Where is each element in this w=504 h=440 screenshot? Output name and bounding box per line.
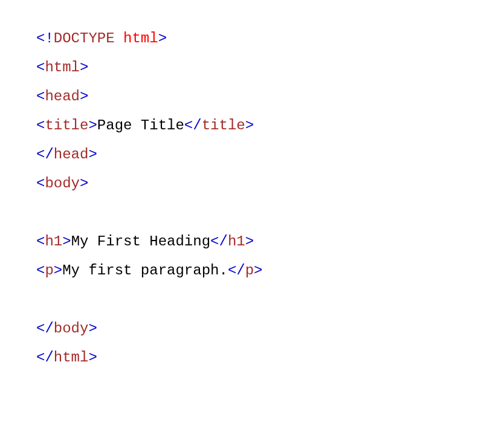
code-token: </	[36, 146, 54, 163]
code-token: >	[54, 262, 62, 279]
code-token: My First Heading	[71, 233, 210, 250]
code-token: Page Title	[97, 117, 184, 134]
code-token: <	[36, 88, 45, 105]
code-token: >	[88, 320, 97, 337]
code-line: <p>My first paragraph.</p>	[36, 256, 468, 285]
code-line	[36, 285, 468, 314]
code-token: </	[36, 349, 54, 366]
code-token: DOCTYPE	[54, 30, 123, 47]
code-line: <title>Page Title</title>	[36, 111, 468, 140]
code-token: >	[88, 349, 97, 366]
code-line: <head>	[36, 82, 468, 111]
code-token: >	[254, 262, 262, 279]
code-line: <body>	[36, 169, 468, 198]
code-token: >	[80, 88, 88, 105]
code-token: >	[88, 117, 97, 134]
code-line: <h1>My First Heading</h1>	[36, 227, 468, 256]
code-token: html	[54, 349, 89, 366]
code-token: >	[62, 233, 71, 250]
code-token: head	[45, 88, 80, 105]
code-line: </head>	[36, 140, 468, 169]
code-token: </	[184, 117, 202, 134]
code-token: title	[45, 117, 88, 134]
code-token: html	[45, 59, 80, 76]
code-token: head	[54, 146, 89, 163]
code-token: >	[245, 117, 254, 134]
code-token: My first paragraph.	[62, 262, 228, 279]
code-token: >	[88, 146, 97, 163]
code-line: </body>	[36, 314, 468, 343]
code-token: <	[36, 175, 45, 192]
code-token: body	[54, 320, 89, 337]
code-token: h1	[228, 233, 245, 250]
code-token: >	[80, 175, 88, 192]
code-token: </	[36, 320, 54, 337]
code-token: </	[228, 262, 245, 279]
code-token: >	[158, 30, 167, 47]
code-token: p	[245, 262, 254, 279]
html-code-example: <!DOCTYPE html><html><head><title>Page T…	[0, 0, 504, 396]
code-token: h1	[45, 233, 62, 250]
code-line: </html>	[36, 343, 468, 372]
code-token: <	[36, 262, 45, 279]
code-token: >	[80, 59, 88, 76]
code-line: <!DOCTYPE html>	[36, 24, 468, 53]
code-token: <	[36, 233, 45, 250]
code-token: html	[123, 30, 158, 47]
code-line: <html>	[36, 53, 468, 82]
code-token: <!	[36, 30, 54, 47]
code-token: <	[36, 59, 45, 76]
code-token: body	[45, 175, 80, 192]
code-token: >	[245, 233, 254, 250]
code-token: p	[45, 262, 53, 279]
code-token: </	[210, 233, 228, 250]
code-token: <	[36, 117, 45, 134]
code-line	[36, 198, 468, 227]
code-token: title	[202, 117, 245, 134]
